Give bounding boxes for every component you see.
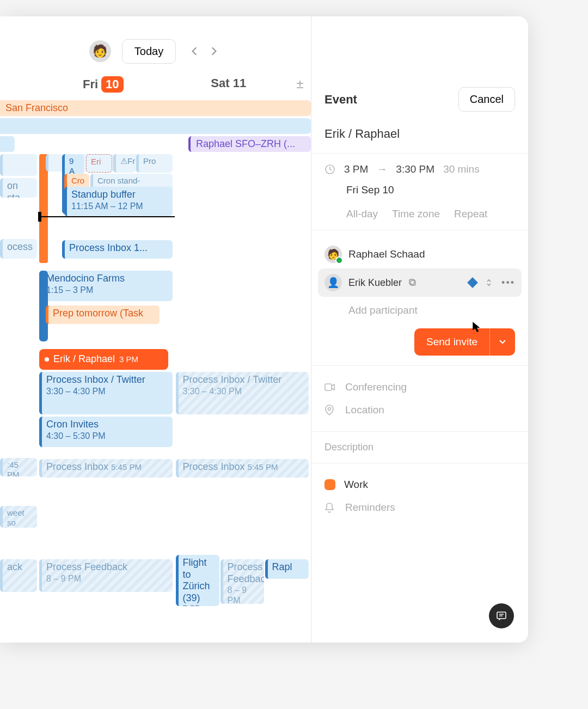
meta-section: Work Reminders [311, 463, 528, 529]
event-stub[interactable]: ack [0, 559, 37, 592]
event-title: Standup buffer [71, 189, 136, 200]
description-field[interactable]: Description [311, 431, 528, 463]
event-mendocino[interactable]: Mendocino Farms 1:15 – 3 PM [39, 271, 173, 301]
participants-section: 🧑 Raphael Schaad 👤 Erik Kuebler ••• Add … [311, 230, 528, 365]
expand-allday-icon[interactable]: ± [291, 76, 309, 93]
event-title: Flight to Zürich (39) [183, 557, 210, 603]
event-title: Process Inbox [183, 461, 245, 472]
time-section: 3 PM → 3:30 PM 30 mins Fri Sep 10 All-da… [311, 153, 528, 230]
participant-name: Raphael Schaad [348, 248, 425, 260]
event-process-inbox-545[interactable]: Process Inbox 5:45 PM [39, 459, 173, 478]
event-time: 7:55 PM [183, 604, 215, 606]
day-column-sat: Process Inbox / Twitter 3:30 – 4:30 PM P… [175, 154, 311, 606]
day-headers: Fri10 Sat 11 ± [0, 76, 311, 100]
location-field[interactable]: Location [324, 399, 515, 421]
cursor-icon [472, 321, 482, 333]
day-header-sat[interactable]: Sat 11 [166, 76, 292, 93]
event-prep-tomorrow[interactable]: Prep tomorrow (Task [46, 305, 160, 324]
user-avatar[interactable]: 🧑 [89, 40, 111, 62]
event-title-input[interactable]: Erik / Raphael [311, 118, 528, 153]
event-title: Process Feedbac [228, 561, 264, 584]
event-stub[interactable]: ocess [0, 239, 37, 259]
event-process-twitter-sat[interactable]: Process Inbox / Twitter 3:30 – 4:30 PM [176, 372, 309, 414]
prev-arrow-icon[interactable] [187, 44, 202, 59]
allday-event[interactable]: San Francisco [0, 100, 311, 116]
conferencing-field[interactable]: Conferencing [324, 376, 515, 399]
day-column-fri: 9 A Eri ⚠Fr Pro Cro Cron stand- Standup … [38, 154, 175, 606]
event-title: Erik / Raphael [53, 353, 115, 365]
event-stub[interactable]: on sta [0, 178, 37, 198]
event-title: Process Feedback [46, 561, 127, 572]
svg-rect-5 [497, 612, 506, 619]
event-stub[interactable]: weet so [0, 506, 37, 528]
event-stub[interactable] [0, 154, 37, 176]
start-time[interactable]: 3 PM [344, 163, 368, 175]
event-process-twitter[interactable]: Process Inbox / Twitter 3:30 – 4:30 PM [39, 372, 173, 414]
more-icon[interactable]: ••• [501, 277, 515, 289]
calendar-pane: 🧑 Today Fri10 Sat 11 ± San Francisco [0, 16, 311, 643]
cancel-button[interactable]: Cancel [458, 87, 515, 112]
event-time: 8 – 9 PM [228, 585, 260, 604]
svg-rect-3 [325, 384, 332, 390]
participant-name: Erik Kuebler [348, 277, 402, 289]
event-time: 5:45 PM [248, 462, 278, 472]
timezone-button[interactable]: Time zone [392, 208, 440, 220]
event-title: Process Inbox [46, 461, 108, 472]
event-time: 11:15 AM – 12 PM [71, 201, 168, 211]
event-process-inbox-sat[interactable]: Process Inbox 5:45 PM [176, 459, 309, 478]
repeat-button[interactable]: Repeat [454, 208, 487, 220]
event-stub[interactable]: ⚠Fr [113, 154, 135, 173]
partial-left-column: on sta ocess :45 PM weet so ack [0, 154, 38, 606]
event-process-feedback[interactable]: Process Feedback 8 – 9 PM [39, 559, 173, 592]
add-participant-input[interactable]: Add participant [324, 297, 515, 316]
event-process-inbox[interactable]: Process Inbox 1... [62, 240, 173, 259]
event-rapl[interactable]: Rapl [265, 559, 309, 579]
event-conflict[interactable]: Eri [86, 154, 112, 173]
event-detail-panel: Event Cancel Erik / Raphael 3 PM → 3:30 … [311, 16, 528, 643]
end-time[interactable]: 3:30 PM [396, 163, 434, 175]
day-header-fri[interactable]: Fri10 [40, 76, 166, 93]
event-time: 5:45 PM [111, 462, 142, 472]
event-erik-raphael-selected[interactable]: Erik / Raphael 3 PM [39, 349, 168, 370]
check-icon [335, 256, 343, 264]
copy-icon[interactable] [408, 278, 417, 287]
arrow-right-icon: → [377, 163, 387, 175]
event-date[interactable]: Fri Sep 10 [324, 184, 515, 196]
video-icon [324, 383, 336, 392]
clock-icon [324, 164, 335, 175]
event-title: Mendocino Farms [46, 273, 125, 284]
sort-icon[interactable] [485, 278, 493, 287]
pin-icon [324, 405, 336, 415]
event-stub[interactable]: :45 PM [0, 458, 37, 476]
event-flight-zurich[interactable]: Flight to Zürich (39) 7:55 PM [176, 555, 219, 606]
allday-event-stub[interactable] [0, 136, 15, 152]
allday-toggle[interactable]: All-day [346, 208, 378, 220]
svg-point-4 [328, 408, 331, 411]
top-bar: 🧑 Today [0, 16, 311, 76]
event-cron-invites[interactable]: Cron Invites 4:30 – 5:30 PM [39, 417, 173, 447]
event-stub[interactable]: Pro [136, 154, 173, 173]
field-label: Conferencing [345, 381, 407, 393]
allday-event[interactable] [0, 118, 311, 134]
next-arrow-icon[interactable] [206, 44, 222, 59]
send-invite-dropdown[interactable] [489, 328, 515, 356]
event-time: 3 PM [119, 354, 138, 364]
participant-row[interactable]: 🧑 Raphael Schaad [324, 240, 515, 268]
today-button[interactable]: Today [122, 39, 176, 64]
event-time: 3:30 – 4:30 PM [46, 386, 168, 396]
panel-header: Event Cancel [311, 76, 528, 118]
event-title: Cron Invites [46, 419, 99, 430]
category-field[interactable]: Work [324, 473, 515, 496]
help-chat-button[interactable] [489, 603, 514, 628]
event-time: 1:15 – 3 PM [46, 285, 168, 295]
allday-section: San Francisco Raphael SFO–ZRH (... [0, 100, 311, 154]
reminders-field[interactable]: Reminders [324, 496, 515, 519]
allday-event-flight[interactable]: Raphael SFO–ZRH (... [188, 136, 311, 152]
event-process-feedback-sat[interactable]: Process Feedbac 8 – 9 PM [220, 559, 264, 604]
event-standup-buffer[interactable]: Standup buffer 11:15 AM – 12 PM [64, 187, 173, 216]
diamond-icon[interactable] [467, 277, 478, 288]
calendar-grid[interactable]: on sta ocess :45 PM weet so ack 9 A Eri … [0, 154, 311, 643]
details-section: Conferencing Location [311, 365, 528, 431]
participant-row-selected[interactable]: 👤 Erik Kuebler ••• [318, 268, 522, 297]
dot-icon [45, 357, 49, 362]
